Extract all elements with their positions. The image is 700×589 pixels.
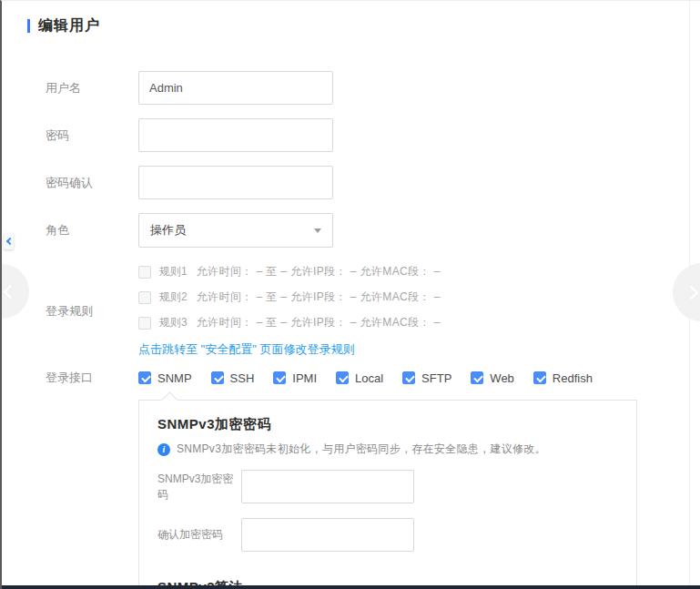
- role-select[interactable]: 操作员: [138, 213, 333, 248]
- form-row-snmpv3-password: SNMPv3加密密码: [157, 470, 618, 503]
- rule2-checkbox[interactable]: [138, 291, 151, 304]
- form-row-snmpv3-password-confirm: 确认加密密码: [157, 518, 618, 552]
- snmpv3-password-label: SNMPv3加密密码: [157, 472, 241, 503]
- snmpv3-password-panel: SNMPv3加密密码 i SNMPv3加密密码未初始化，与用户密码同步，存在安全…: [138, 400, 637, 589]
- snmpv3-panel-title: SNMPv3加密密码: [157, 416, 618, 433]
- rule-detail: 允许时间： – 至 – 允许IP段： – 允许MAC段： –: [197, 289, 441, 305]
- title-accent-bar: [27, 19, 30, 33]
- interface-label: SSH: [230, 371, 255, 385]
- interface-option-ssh: SSH: [211, 371, 255, 385]
- check-icon: [405, 373, 415, 383]
- interface-option-ipmi: IPMI: [273, 371, 317, 385]
- password-confirm-input[interactable]: [138, 166, 333, 199]
- rule-name: 规则1: [159, 264, 188, 279]
- form-row-login-rules: 登录规则 规则1 允许时间： – 至 – 允许IP段： – 允许MAC段： – …: [46, 264, 700, 358]
- interface-label: Web: [490, 371, 514, 385]
- snmpv3-password-confirm-label: 确认加密密码: [157, 527, 241, 543]
- snmpv3-password-confirm-input[interactable]: [241, 518, 414, 552]
- ssh-checkbox[interactable]: [211, 371, 224, 384]
- login-rules-list: 规则1 允许时间： – 至 – 允许IP段： – 允许MAC段： – 规则2 允…: [138, 264, 441, 358]
- interface-option-local: Local: [336, 371, 383, 385]
- password-confirm-label: 密码确认: [46, 175, 138, 191]
- check-icon: [536, 373, 546, 383]
- check-icon: [214, 373, 224, 383]
- interface-option-redfish: Redfish: [533, 371, 593, 385]
- login-interfaces-list: SNMP SSH IPMI Local SFTP: [138, 371, 593, 385]
- role-selected-value: 操作员: [150, 222, 186, 239]
- form-row-password-confirm: 密码确认: [46, 166, 700, 199]
- login-rule-1: 规则1 允许时间： – 至 – 允许IP段： – 允许MAC段： –: [138, 264, 441, 279]
- chevron-left-icon: [5, 238, 13, 245]
- security-config-link[interactable]: 点击跳转至 "安全配置" 页面修改登录规则: [138, 341, 354, 358]
- interface-option-snmp: SNMP: [138, 371, 192, 385]
- username-label: 用户名: [46, 80, 138, 96]
- chevron-right-icon: [685, 286, 699, 300]
- info-circle-icon: i: [157, 443, 170, 456]
- check-icon: [339, 373, 349, 383]
- page-header: 编辑用户: [2, 1, 700, 36]
- snmpv3-notice-text: SNMPv3加密密码未初始化，与用户密码同步，存在安全隐患，建议修改。: [177, 442, 546, 457]
- snmpv3-notice: i SNMPv3加密密码未初始化，与用户密码同步，存在安全隐患，建议修改。: [157, 442, 618, 457]
- role-label: 角色: [46, 222, 138, 239]
- form-row-username: 用户名: [46, 71, 700, 105]
- interface-label: Redfish: [553, 371, 593, 385]
- rule1-checkbox[interactable]: [138, 266, 151, 279]
- password-input[interactable]: [138, 118, 333, 152]
- rule-name: 规则3: [159, 315, 188, 330]
- interface-option-sftp: SFTP: [402, 371, 451, 385]
- check-icon: [276, 373, 286, 383]
- login-rules-label: 登录规则: [46, 303, 138, 320]
- login-interfaces-label: 登录接口: [46, 370, 138, 386]
- rule-name: 规则2: [159, 289, 188, 305]
- form-row-password: 密码: [46, 118, 700, 152]
- password-label: 密码: [46, 127, 138, 144]
- rule-detail: 允许时间： – 至 – 允许IP段： – 允许MAC段： –: [197, 315, 441, 330]
- snmpv3-password-input[interactable]: [241, 470, 414, 503]
- sidebar-collapse-toggle[interactable]: [4, 233, 14, 249]
- interface-label: IPMI: [292, 371, 317, 385]
- rule-detail: 允许时间： – 至 – 允许IP段： – 允许MAC段： –: [197, 264, 441, 279]
- chevron-left-icon: [4, 285, 18, 300]
- snmp-checkbox[interactable]: [138, 371, 151, 384]
- redfish-checkbox[interactable]: [533, 371, 546, 384]
- username-input[interactable]: [138, 71, 333, 105]
- caret-down-icon: [314, 228, 321, 233]
- web-checkbox[interactable]: [471, 371, 483, 384]
- edit-user-form: 用户名 密码 密码确认 角色 操作员 登录规则 规则1 允许时间：: [2, 71, 700, 589]
- sftp-checkbox[interactable]: [402, 371, 415, 384]
- page-title: 编辑用户: [38, 16, 100, 36]
- form-row-login-interfaces: 登录接口 SNMP SSH IPMI Local: [46, 370, 700, 386]
- form-row-role: 角色 操作员: [46, 213, 700, 248]
- login-rule-3: 规则3 允许时间： – 至 – 允许IP段： – 允许MAC段： –: [138, 315, 441, 330]
- interface-label: Local: [355, 371, 383, 385]
- check-icon: [474, 373, 484, 383]
- local-checkbox[interactable]: [336, 371, 349, 384]
- check-icon: [141, 373, 151, 383]
- interface-label: SFTP: [421, 371, 451, 385]
- login-rule-2: 规则2 允许时间： – 至 – 允许IP段： – 允许MAC段： –: [138, 289, 441, 305]
- interface-option-web: Web: [471, 371, 514, 385]
- edit-user-page: 编辑用户 用户名 密码 密码确认 角色 操作员 登录规则: [0, 0, 700, 589]
- interface-label: SNMP: [157, 371, 192, 385]
- bottom-edge-bar: [2, 585, 700, 589]
- panel-notch: [161, 391, 178, 408]
- rule3-checkbox[interactable]: [138, 317, 151, 330]
- ipmi-checkbox[interactable]: [273, 371, 286, 384]
